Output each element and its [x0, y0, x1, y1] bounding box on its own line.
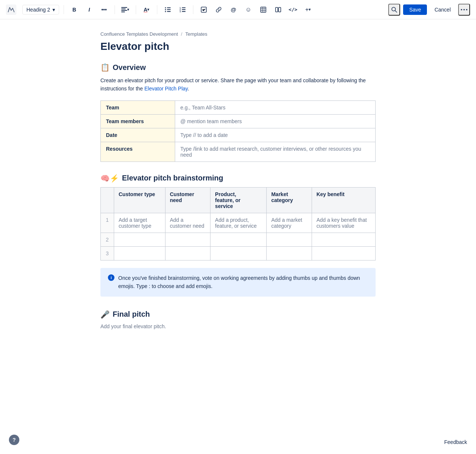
overview-row-value-3[interactable]: Type /link to add market research, custo…	[175, 142, 376, 162]
brainstorm-cell-market-3[interactable]	[267, 246, 312, 260]
overview-description: Create an elevator pitch for your produc…	[100, 76, 376, 93]
feedback-button[interactable]: Feedback	[444, 439, 467, 445]
info-icon: i	[108, 274, 115, 284]
svg-rect-8	[167, 9, 171, 10]
italic-button[interactable]: I	[83, 4, 95, 16]
brainstorm-cell-customer-type-3[interactable]	[114, 246, 165, 260]
info-text: Once you've finished brainstorming, vote…	[118, 274, 368, 291]
elevator-pitch-play-link[interactable]: Elevator Pitch Play	[144, 86, 187, 92]
text-color-button[interactable]: A ▾	[141, 4, 152, 16]
brainstorm-cell-customer-need-1[interactable]: Add a customer need	[165, 213, 210, 233]
divider-4	[157, 5, 157, 14]
task-button[interactable]	[198, 4, 210, 16]
brainstorm-cell-product-2[interactable]	[210, 233, 267, 246]
overview-row-value-2[interactable]: Type // to add a date	[175, 128, 376, 142]
svg-point-27	[461, 9, 462, 10]
table-row: Resources Type /link to add market resea…	[101, 142, 376, 162]
search-icon	[391, 6, 398, 13]
divider-3	[136, 5, 136, 14]
app-logo[interactable]	[6, 4, 16, 15]
brainstorm-cell-customer-type-1[interactable]: Add a target customer type	[114, 213, 165, 233]
final-pitch-emoji: 🎤	[100, 310, 110, 319]
brainstorm-cell-product-1[interactable]: Add a product, feature, or service	[210, 213, 267, 233]
more-options-button[interactable]	[458, 4, 470, 16]
brainstorm-cell-benefit-2[interactable]	[312, 233, 375, 246]
brainstorm-cell-customer-need-2[interactable]	[165, 233, 210, 246]
numbered-list-icon: 1. 2. 3.	[180, 7, 186, 12]
svg-rect-18	[261, 7, 266, 12]
svg-rect-6	[167, 7, 171, 8]
brainstorm-cell-market-1[interactable]: Add a market category	[267, 213, 312, 233]
insert-plus-button[interactable]: + ▾	[302, 4, 314, 16]
plus-icon: +	[305, 6, 309, 13]
svg-rect-1	[121, 7, 127, 8]
svg-text:i: i	[110, 275, 112, 280]
bold-button[interactable]: B	[68, 4, 80, 16]
search-button[interactable]	[388, 4, 400, 16]
brainstorm-cell-benefit-3[interactable]	[312, 246, 375, 260]
save-button[interactable]: Save	[403, 4, 427, 15]
overview-heading: 📋 Overview	[100, 63, 376, 72]
overview-row-label-3: Resources	[101, 142, 175, 162]
content-area: Confluence Templates Development / Templ…	[71, 19, 405, 368]
alignment-button[interactable]: ▾	[119, 4, 131, 16]
overview-row-value-1[interactable]: @ mention team members	[175, 114, 376, 128]
svg-rect-3	[121, 10, 127, 11]
divider-1	[64, 5, 64, 14]
brainstorm-cell-benefit-1[interactable]: Add a key benefit that customers value	[312, 213, 375, 233]
breadcrumb-current: Templates	[185, 31, 207, 37]
table-row: Team members @ mention team members	[101, 114, 376, 128]
emoji-button[interactable]: ☺	[242, 4, 254, 16]
brainstorm-cell-customer-need-3[interactable]	[165, 246, 210, 260]
overview-section: 📋 Overview Create an elevator pitch for …	[100, 63, 376, 162]
brainstorm-cell-product-3[interactable]	[210, 246, 267, 260]
more-formatting-button[interactable]: •••	[98, 4, 110, 16]
toolbar: Heading 2 ▾ B I ••• ▾ A ▾ 1.	[0, 0, 476, 19]
bullet-list-button[interactable]	[162, 4, 174, 16]
align-icon	[121, 7, 127, 12]
svg-rect-16	[182, 11, 186, 12]
bullet-list-icon	[165, 7, 171, 12]
columns-icon	[275, 7, 281, 13]
chevron-down-icon-color: ▾	[147, 7, 149, 12]
svg-point-28	[463, 9, 465, 10]
brainstorm-header-product: Product,feature, orservice	[210, 187, 267, 213]
columns-button[interactable]	[272, 4, 284, 16]
svg-point-7	[165, 9, 166, 10]
brainstorm-header-market-category: Market category	[267, 187, 312, 213]
final-pitch-heading: 🎤 Final pitch	[100, 310, 376, 319]
link-icon	[216, 7, 222, 13]
link-button[interactable]	[213, 4, 225, 16]
breadcrumb: Confluence Templates Development / Templ…	[100, 31, 376, 37]
info-box: i Once you've finished brainstorming, vo…	[100, 268, 376, 297]
overview-row-value-0[interactable]: e.g., Team All-Stars	[175, 100, 376, 114]
page-title[interactable]: Elevator pitch	[100, 41, 376, 52]
cancel-button[interactable]: Cancel	[430, 4, 455, 15]
brainstorming-section: 🧠⚡ Elevator pitch brainstorming Customer…	[100, 174, 376, 297]
more-icon	[461, 9, 467, 10]
table-row: Team e.g., Team All-Stars	[101, 100, 376, 114]
final-pitch-placeholder[interactable]: Add your final elevator pitch.	[100, 323, 376, 329]
brainstorm-row-3: 3	[101, 246, 376, 260]
svg-rect-4	[121, 12, 125, 12]
help-button[interactable]: ?	[9, 435, 19, 445]
heading-style-label: Heading 2	[26, 7, 50, 13]
breadcrumb-parent[interactable]: Confluence Templates Development	[100, 31, 178, 37]
svg-point-29	[466, 9, 467, 10]
chevron-down-icon-insert: ▾	[309, 7, 311, 12]
brainstorm-cell-customer-type-2[interactable]	[114, 233, 165, 246]
brainstorm-row-num-2: 2	[101, 233, 114, 246]
table-button[interactable]	[257, 4, 269, 16]
code-button[interactable]: </>	[287, 4, 299, 16]
text-color-icon: A	[144, 7, 147, 13]
mention-button[interactable]: @	[228, 4, 239, 16]
svg-rect-10	[167, 11, 171, 12]
overview-row-label-2: Date	[101, 128, 175, 142]
svg-rect-14	[182, 9, 186, 10]
overview-emoji: 📋	[100, 63, 110, 72]
table-icon	[260, 7, 266, 13]
heading-style-dropdown[interactable]: Heading 2 ▾	[22, 5, 59, 15]
numbered-list-button[interactable]: 1. 2. 3.	[177, 4, 189, 16]
svg-line-26	[395, 10, 397, 12]
brainstorm-cell-market-2[interactable]	[267, 233, 312, 246]
